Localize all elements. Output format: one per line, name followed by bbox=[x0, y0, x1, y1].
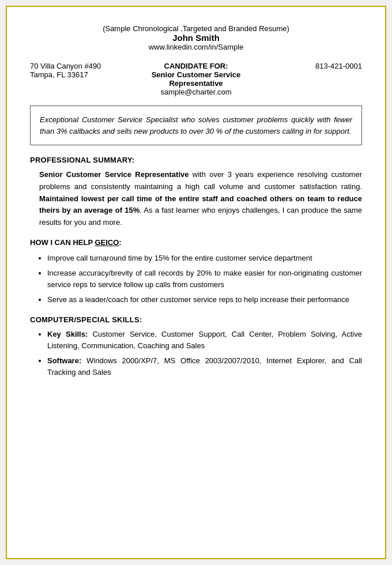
skills-section: COMPUTER/SPECIAL SKILLS: Key Skills: Cus… bbox=[30, 315, 362, 379]
candidate-position: Senior Customer Service Representative bbox=[141, 70, 251, 88]
position-title-bold: Senior Customer Service Representative bbox=[39, 170, 189, 179]
summary-box: Exceptional Customer Service Specialist … bbox=[30, 106, 362, 145]
professional-summary-section: PROFESSIONAL SUMMARY: Senior Customer Se… bbox=[30, 156, 362, 229]
list-item: Improve call turnaround time by 15% for … bbox=[47, 253, 362, 264]
header: (Sample Chronological ,Targeted and Bran… bbox=[30, 24, 362, 51]
contact-phone: 813-421-0001 bbox=[251, 62, 362, 70]
key-skills-label: Key Skills: bbox=[47, 330, 88, 338]
linkedin-url: www.linkedin.com/in/Sample bbox=[30, 43, 362, 51]
address-line2: Tampa, FL 33617 bbox=[30, 70, 141, 79]
candidate-email: sample@charter.com bbox=[141, 88, 251, 96]
candidate-name: John Smith bbox=[30, 33, 362, 43]
geico-section: HOW I CAN HELP GEICO: Improve call turna… bbox=[30, 238, 362, 306]
professional-summary-heading: PROFESSIONAL SUMMARY: bbox=[30, 156, 362, 164]
list-item: Key Skills: Customer Service, Customer S… bbox=[47, 329, 362, 352]
contact-middle: CANDIDATE FOR: Senior Customer Service R… bbox=[141, 62, 251, 96]
software-text: Windows 2000/XP/7, MS Office 2003/2007/2… bbox=[47, 356, 362, 376]
contact-address: 70 Villa Canyon #490 Tampa, FL 33617 bbox=[30, 62, 141, 79]
list-item: Serve as a leader/coach for other custom… bbox=[47, 294, 362, 306]
skills-heading: COMPUTER/SPECIAL SKILLS: bbox=[30, 315, 362, 324]
contact-section: 70 Villa Canyon #490 Tampa, FL 33617 CAN… bbox=[30, 62, 362, 96]
list-item: Software: Windows 2000/XP/7, MS Office 2… bbox=[47, 355, 362, 378]
geico-bullet-list: Improve call turnaround time by 15% for … bbox=[47, 253, 362, 306]
skills-list: Key Skills: Customer Service, Customer S… bbox=[47, 329, 362, 379]
professional-summary-body: Senior Customer Service Representative w… bbox=[39, 169, 362, 229]
software-label: Software: bbox=[47, 356, 81, 365]
resume-type-label: (Sample Chronological ,Targeted and Bran… bbox=[30, 24, 362, 33]
summary-text: Exceptional Customer Service Specialist … bbox=[40, 114, 352, 137]
geico-company-name: GEICO bbox=[95, 238, 119, 247]
address-line1: 70 Villa Canyon #490 bbox=[30, 62, 141, 70]
geico-heading: HOW I CAN HELP GEICO: bbox=[30, 238, 362, 247]
geico-heading-pre: HOW I CAN HELP bbox=[30, 238, 95, 247]
key-skills-text: Customer Service, Customer Support, Call… bbox=[47, 330, 362, 350]
geico-heading-post: : bbox=[119, 238, 121, 247]
resume-page: (Sample Chronological ,Targeted and Bran… bbox=[6, 6, 386, 559]
list-item: Increase accuracy/brevity of call record… bbox=[47, 268, 362, 291]
phone-number: 813-421-0001 bbox=[251, 62, 362, 70]
candidate-for-label: CANDIDATE FOR: bbox=[141, 62, 251, 70]
